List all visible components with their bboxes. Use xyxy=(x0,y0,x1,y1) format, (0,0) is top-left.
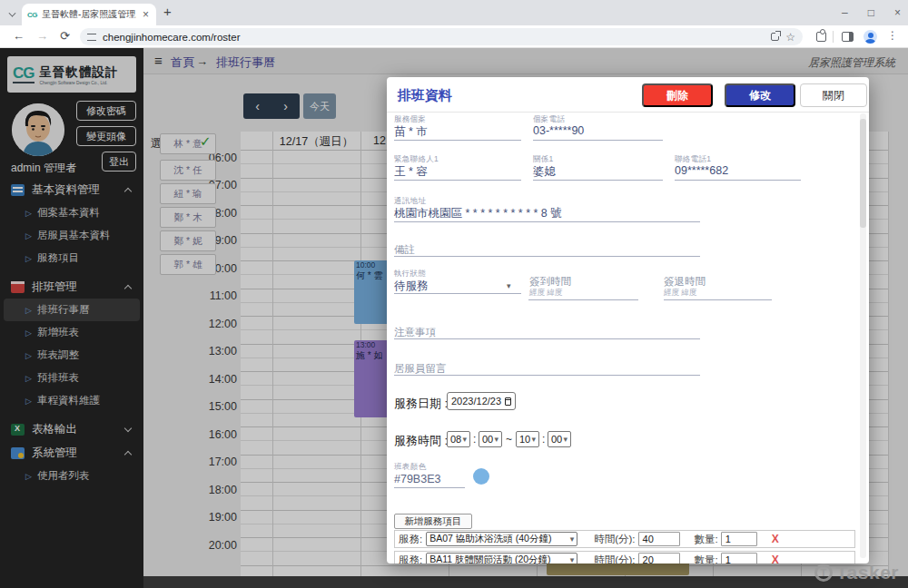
change-password-button[interactable]: 修改密碼 xyxy=(76,101,136,121)
color-swatch[interactable] xyxy=(473,468,489,485)
modal-scrollbar-thumb[interactable] xyxy=(860,119,866,228)
change-avatar-button[interactable]: 變更頭像 xyxy=(76,126,136,146)
time-label: 13:00 xyxy=(202,345,237,358)
bookmark-star-icon[interactable]: ☆ xyxy=(785,31,795,44)
sidebar-item-service-items[interactable]: ▷服務項目 xyxy=(0,247,143,270)
attention-field[interactable]: 注意事項 xyxy=(394,326,436,339)
time-label: 12:00 xyxy=(202,318,237,330)
url-text[interactable]: chengjinhomecare.com/roster xyxy=(103,32,765,43)
hamburger-icon[interactable]: ≡ xyxy=(154,53,163,68)
system-settings-icon xyxy=(11,447,25,459)
page-bottom-background xyxy=(143,576,908,588)
tasker-logo-icon: T xyxy=(814,564,833,582)
today-button[interactable]: 今天 xyxy=(303,93,336,119)
triangle-icon: ▷ xyxy=(25,328,32,338)
back-icon[interactable]: ← xyxy=(13,29,25,43)
calendar-prev-button[interactable]: ‹ xyxy=(255,99,260,113)
sidebar-item-caregiver-data[interactable]: ▷居服員基本資料 xyxy=(0,224,143,247)
browser-chrome: CG 呈晉軟體-居家照護管理系統 × + – □ × ← → ⟳ chengji… xyxy=(0,0,908,48)
chevron-up-icon xyxy=(124,451,132,458)
calendar-next-button[interactable]: › xyxy=(283,99,288,113)
side-panel-icon[interactable] xyxy=(842,32,854,42)
sidebar-menu: 基本資料管理 ▷個案基本資料 ▷居服員基本資料 ▷服務項目 排班管理 ▷排班行事… xyxy=(0,178,143,487)
browser-menu-icon[interactable]: ⋮ xyxy=(887,29,898,42)
relation-value[interactable]: 婆媳 xyxy=(533,164,556,180)
roster-detail-modal: 排班資料 刪除 修改 關閉 服務個案 苗 * 市 個案電話 03-*****90… xyxy=(387,77,869,564)
edit-button[interactable]: 修改 xyxy=(725,83,795,107)
menu-section-roster[interactable]: 排班管理 xyxy=(0,275,143,299)
page-header: ≡ 首頁 → 排班行事曆 居家照護管理系統 xyxy=(143,48,908,74)
remove-service-button[interactable]: X xyxy=(772,554,779,564)
new-tab-button[interactable]: + xyxy=(163,4,172,19)
quantity-input[interactable]: 1 xyxy=(721,532,757,546)
contact-phone-value[interactable]: 09*****682 xyxy=(675,164,728,177)
caregiver-button-5[interactable]: 鄭 * 妮 xyxy=(160,230,216,251)
profile-avatar-icon[interactable] xyxy=(864,30,877,44)
window-minimize-button[interactable]: – xyxy=(842,6,848,19)
browser-toolbar: ← → ⟳ chengjinhomecare.com/roster ☆ ⋮ xyxy=(0,25,908,48)
sidebar-item-roster-calendar[interactable]: ▷排班行事曆 xyxy=(4,299,140,321)
sidebar-item-case-data[interactable]: ▷個案基本資料 xyxy=(0,201,143,224)
time-label: 15:00 xyxy=(202,400,237,413)
window-maximize-button[interactable]: □ xyxy=(868,6,874,19)
start-minute-select[interactable]: 00▾ xyxy=(479,431,502,447)
service-select[interactable]: BA07 協助沐浴洗頭 (40分鐘)▾ xyxy=(426,532,577,546)
menu-section-system[interactable]: 系統管理 xyxy=(0,441,143,465)
check-icon: ✓ xyxy=(200,133,212,150)
end-minute-select[interactable]: 00▾ xyxy=(548,431,571,447)
menu-section-basic-data[interactable]: 基本資料管理 xyxy=(0,178,143,201)
breadcrumb-current: 排班行事曆 xyxy=(216,54,275,71)
excel-icon xyxy=(11,424,25,436)
tab-strip: CG 呈晉軟體-居家照護管理系統 × + – □ × xyxy=(0,0,908,25)
checkout-coords-label: 經度 緯度 xyxy=(664,288,696,299)
calendar-picker-icon[interactable] xyxy=(505,397,511,406)
caret-down-icon: ▾ xyxy=(570,534,575,544)
case-value[interactable]: 苗 * 市 xyxy=(394,124,428,140)
extensions-icon[interactable] xyxy=(816,32,826,42)
caregiver-message-field[interactable]: 居服員留言 xyxy=(394,362,447,376)
service-select[interactable]: BA11 肢體關節活動 (20分鐘)▾ xyxy=(426,553,577,564)
reload-icon[interactable]: ⟳ xyxy=(60,29,70,43)
minutes-input[interactable]: 20 xyxy=(638,553,680,564)
system-name: 居家照護管理系統 xyxy=(808,55,895,71)
time-label: 11:00 xyxy=(202,289,237,302)
menu-section-table-export[interactable]: 表格輸出 xyxy=(0,417,143,441)
sidebar-item-new-roster[interactable]: ▷新增班表 xyxy=(0,321,143,344)
grid-column-line xyxy=(888,132,889,576)
sidebar-item-user-list[interactable]: ▷使用者列表 xyxy=(0,465,143,487)
browser-tab[interactable]: CG 呈晉軟體-居家照護管理系統 × xyxy=(22,4,156,25)
time-label: 16:00 xyxy=(202,428,237,441)
site-settings-icon[interactable] xyxy=(87,34,96,41)
start-hour-select[interactable]: 08▾ xyxy=(447,431,470,447)
minutes-input[interactable]: 40 xyxy=(638,532,680,546)
caregiver-button-2[interactable]: 沈 * 任 xyxy=(160,160,216,181)
tab-search-chevron-icon[interactable] xyxy=(9,10,16,17)
address-value[interactable]: 桃園市桃園區 * * * * * * * * * * 8 號 xyxy=(394,206,562,221)
delete-button[interactable]: 刪除 xyxy=(642,83,713,107)
logout-button[interactable]: 登出 xyxy=(102,152,136,172)
status-select[interactable]: 待服務 xyxy=(394,279,429,294)
share-icon[interactable] xyxy=(771,33,779,41)
case-phone-value[interactable]: 03-*****90 xyxy=(533,124,584,137)
sidebar-item-trip-data[interactable]: ▷車程資料維護 xyxy=(0,389,143,412)
schedule-color-value[interactable]: #79B3E3 xyxy=(394,473,440,485)
caregiver-button-4[interactable]: 鄭 * 木 xyxy=(160,207,216,228)
breadcrumb-home[interactable]: 首頁 xyxy=(171,54,194,71)
close-button[interactable]: 關閉 xyxy=(800,83,867,107)
caregiver-button-6[interactable]: 郭 * 雄 xyxy=(160,254,216,275)
sidebar-item-roster-adjust[interactable]: ▷班表調整 xyxy=(0,344,143,367)
tab-close-icon[interactable]: × xyxy=(141,8,151,21)
address-bar[interactable]: chengjinhomecare.com/roster ☆ xyxy=(80,28,803,45)
quantity-input[interactable]: 1 xyxy=(721,553,757,564)
end-hour-select[interactable]: 10▾ xyxy=(516,431,539,447)
remove-service-button[interactable]: X xyxy=(772,533,779,545)
browser-window: CG 呈晉軟體-居家照護管理系統 × + – □ × ← → ⟳ chengji… xyxy=(0,0,908,588)
service-date-input[interactable]: 2023/12/23 xyxy=(447,392,516,410)
memo-field[interactable]: 備註 xyxy=(394,243,415,257)
caregiver-button-3[interactable]: 紐 * 瑜 xyxy=(160,183,216,204)
add-service-item-button[interactable]: 新增服務項目 xyxy=(394,514,472,529)
triangle-icon: ▷ xyxy=(25,231,32,240)
window-close-button[interactable]: × xyxy=(894,6,901,19)
emergency-contact-value[interactable]: 王 * 容 xyxy=(394,164,428,180)
sidebar-item-pre-roster[interactable]: ▷預排班表 xyxy=(0,367,143,389)
